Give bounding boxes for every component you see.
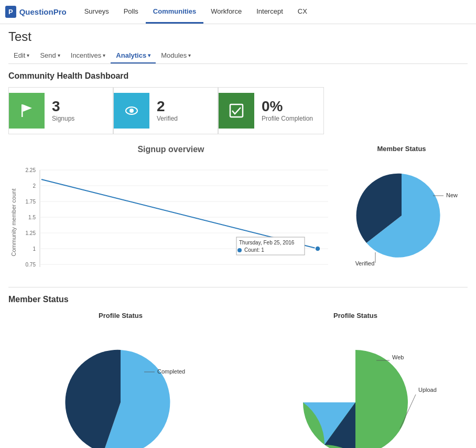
svg-text:1.25: 1.25 bbox=[26, 230, 36, 236]
profile-status-left-title: Profile Status bbox=[8, 312, 233, 319]
nav-item-intercept[interactable]: Intercept bbox=[249, 0, 290, 24]
sub-nav-edit[interactable]: Edit ▾ bbox=[8, 48, 35, 63]
stat-card-signups: 3 Signups bbox=[8, 87, 113, 134]
signup-overview-title: Signup overview bbox=[8, 145, 333, 154]
svg-text:Thursday, Feb 25, 2016: Thursday, Feb 25, 2016 bbox=[239, 240, 295, 246]
svg-text:Upload: Upload bbox=[418, 387, 437, 393]
nav-item-surveys[interactable]: Surveys bbox=[77, 0, 116, 24]
stat-cards: 3 Signups 2 Verified bbox=[8, 87, 468, 134]
member-status-title: Member Status bbox=[8, 295, 468, 304]
svg-text:2.25: 2.25 bbox=[26, 167, 36, 173]
bottom-charts: Profile Status Completed Pending bbox=[8, 312, 468, 448]
line-chart-area: Community member count 2.25 2 1.75 1.5 bbox=[8, 159, 333, 287]
stat-info-verified: 2 Verified bbox=[157, 99, 178, 122]
svg-point-22 bbox=[315, 246, 320, 251]
nav-item-workforce[interactable]: Workforce bbox=[203, 0, 249, 24]
member-status-pie-svg: New Verified bbox=[333, 153, 470, 268]
dashboard-title: Community Health Dashboard bbox=[8, 71, 468, 81]
sub-nav-send[interactable]: Send ▾ bbox=[35, 48, 65, 63]
svg-point-25 bbox=[237, 248, 242, 252]
svg-text:Verified: Verified bbox=[355, 260, 375, 266]
top-nav: P QuestionPro Surveys Polls Communities … bbox=[0, 0, 476, 24]
verified-icon bbox=[114, 93, 149, 129]
member-status-section: Member Status Profile Status Completed bbox=[8, 287, 468, 448]
profile-status-right-title: Profile Status bbox=[243, 312, 468, 319]
stat-info-profile: 0% Profile Completion bbox=[262, 99, 313, 122]
line-chart-svg: Community member count 2.25 2 1.75 1.5 bbox=[8, 159, 333, 285]
svg-text:1.75: 1.75 bbox=[26, 199, 36, 205]
line-chart-section: Signup overview Community member count 2… bbox=[8, 145, 333, 287]
svg-marker-1 bbox=[23, 104, 33, 112]
svg-text:2: 2 bbox=[33, 183, 36, 189]
svg-text:Web: Web bbox=[392, 354, 404, 360]
signups-label: Signups bbox=[52, 115, 74, 122]
profile-status-right: Profile Status bbox=[243, 312, 468, 448]
svg-text:Community member count: Community member count bbox=[10, 189, 17, 257]
sub-nav-incentives[interactable]: Incentives ▾ bbox=[66, 48, 111, 63]
page-content: Test Edit ▾ Send ▾ Incentives ▾ Analytic… bbox=[0, 24, 476, 448]
svg-text:Count: 1: Count: 1 bbox=[244, 247, 264, 253]
page-title: Test bbox=[8, 29, 468, 44]
logo-area[interactable]: P QuestionPro bbox=[5, 6, 67, 18]
nav-item-polls[interactable]: Polls bbox=[116, 0, 146, 24]
nav-item-communities[interactable]: Communities bbox=[146, 0, 203, 24]
logo-box: P bbox=[5, 6, 16, 18]
svg-rect-4 bbox=[230, 104, 243, 117]
verified-label: Verified bbox=[157, 115, 178, 122]
svg-text:1.5: 1.5 bbox=[28, 215, 36, 220]
profile-status-right-svg: Web Upload Qualifying Survey bbox=[272, 324, 439, 448]
profile-status-left-svg: Completed Pending bbox=[47, 324, 194, 448]
svg-rect-0 bbox=[21, 104, 23, 117]
member-status-pie-section: Member Status New Verified bbox=[333, 145, 470, 287]
svg-text:New: New bbox=[446, 192, 458, 198]
member-status-pie-title: Member Status bbox=[333, 145, 470, 153]
sub-nav-analytics[interactable]: Analytics ▾ bbox=[111, 48, 156, 63]
profile-icon bbox=[219, 93, 254, 129]
svg-text:0.75: 0.75 bbox=[26, 262, 36, 268]
stat-card-profile: 0% Profile Completion bbox=[218, 87, 324, 134]
stat-info-signups: 3 Signups bbox=[52, 99, 74, 122]
signups-number: 3 bbox=[52, 99, 74, 114]
verified-number: 2 bbox=[157, 99, 178, 114]
stat-card-verified: 2 Verified bbox=[113, 87, 218, 134]
profile-number: 0% bbox=[262, 99, 313, 114]
profile-status-left: Profile Status Completed Pending bbox=[8, 312, 233, 448]
svg-text:Completed: Completed bbox=[157, 368, 185, 375]
svg-text:1: 1 bbox=[33, 246, 36, 252]
svg-point-3 bbox=[129, 109, 134, 113]
profile-label: Profile Completion bbox=[262, 115, 313, 122]
nav-items: Surveys Polls Communities Workforce Inte… bbox=[77, 0, 315, 24]
logo-text: QuestionPro bbox=[19, 7, 67, 16]
nav-item-cx[interactable]: CX bbox=[290, 0, 315, 24]
signup-overview: Signup overview Community member count 2… bbox=[8, 145, 468, 287]
sub-nav: Edit ▾ Send ▾ Incentives ▾ Analytics ▾ M… bbox=[8, 48, 468, 64]
signups-icon bbox=[9, 93, 45, 129]
sub-nav-modules[interactable]: Modules ▾ bbox=[156, 48, 196, 63]
